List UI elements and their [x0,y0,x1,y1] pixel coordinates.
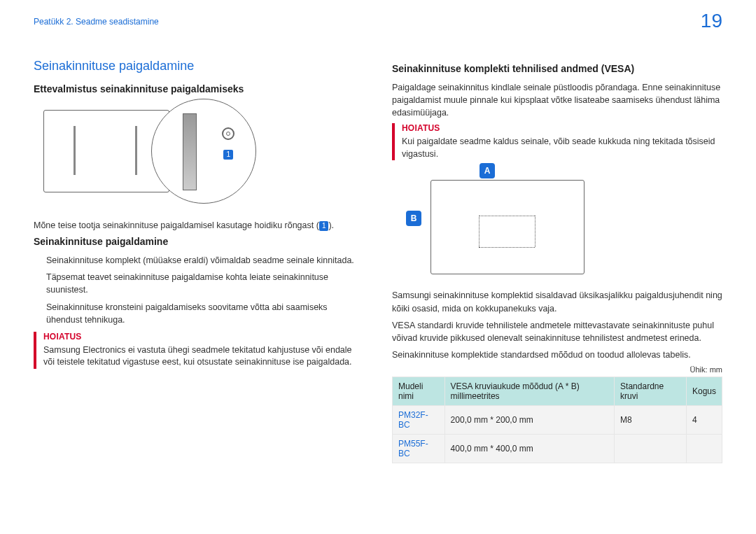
cell-model: PM32F-BC [393,406,445,435]
dimension-a-badge: A [479,163,495,178]
mount-p2: Täpsemat teavet seinakinnituse paigaldam… [34,271,364,296]
cell-model: PM55F-BC [393,435,445,463]
page-number: 19 [701,10,722,32]
section-title: Seinakinnituse paigaldamine [34,59,364,73]
right-column: Seinakinnituse komplekti tehnilised andm… [392,59,722,463]
cell-qty: 4 [686,406,722,435]
holder-ring-badge: 1 [223,150,233,160]
kit-p3: Seinakinnituse komplektide standardsed m… [392,349,722,361]
mount-subtitle: Seinakinnituse paigaldamine [34,236,364,247]
cell-screw [615,435,687,463]
holder-ring-icon [222,127,234,140]
cell-qty [686,435,722,463]
cell-vesa: 400,0 mm * 400,0 mm [444,435,615,463]
preparation-illustration: 1 [34,101,364,206]
mount-p3: Seinakinnituse kronsteini paigaldamiseks… [34,301,364,326]
tv-frame-icon [43,110,169,192]
warning-label: HOIATUS [402,123,722,133]
left-column: Seinakinnituse paigaldamine Ettevalmistu… [34,59,364,463]
zoom-detail-icon: 1 [151,99,256,204]
warning-block-left: HOIATUS Samsung Electronics ei vastuta ü… [34,332,364,369]
page-header: Peatükk 2. Seadme seadistamine 19 [34,17,722,27]
th-model: Mudeli nimi [393,377,445,406]
holder-ring-badge-inline: 1 [319,221,329,231]
tv-rear-icon [430,180,584,274]
table-header-row: Mudeli nimi VESA kruviaukude mõõdud (A *… [393,377,722,406]
table-row: PM32F-BC 200,0 mm * 200,0 mm M8 4 [393,406,722,435]
vesa-illustration: A B [392,167,722,286]
chapter-title: Peatükk 2. Seadme seadistamine [34,17,159,27]
ring-note-a: Mõne teise tootja seinakinnituse paigald… [34,220,319,230]
spec-table: Mudeli nimi VESA kruviaukude mõõdud (A *… [392,377,722,463]
warning-block-right: HOIATUS Kui paigaldate seadme kaldus sei… [392,123,722,160]
ring-note-b: ). [328,220,334,230]
cell-vesa: 200,0 mm * 200,0 mm [444,406,615,435]
warning-label: HOIATUS [43,332,364,342]
warning-text: Kui paigaldate seadme kaldus seinale, võ… [402,136,722,160]
vesa-subtitle: Seinakinnituse komplekti tehnilised andm… [392,63,722,74]
table-row: PM55F-BC 400,0 mm * 400,0 mm [393,435,722,463]
warning-text: Samsung Electronics ei vastuta ühegi sea… [43,344,364,369]
vesa-p1: Paigaldage seinakinnitus kindlale seinal… [392,81,722,119]
ring-note: Mõne teise tootja seinakinnituse paigald… [34,219,364,232]
kit-p2: VESA standardi kruvide tehnilistele andm… [392,319,722,344]
mount-p1: Seinakinnituse komplekt (müüakse eraldi)… [34,254,364,267]
dimension-b-badge: B [406,211,421,226]
th-vesa: VESA kruviaukude mõõdud (A * B) millimee… [444,377,615,406]
bracket-icon [183,113,197,190]
cell-screw: M8 [615,406,687,435]
th-qty: Kogus [686,377,722,406]
kit-p1: Samsungi seinakinnituse komplektid sisal… [392,289,722,314]
prep-subtitle: Ettevalmistus seinakinnituse paigaldamis… [34,83,364,94]
th-screw: Standardne kruvi [615,377,687,406]
unit-note: Ühik: mm [392,365,722,374]
content-columns: Seinakinnituse paigaldamine Ettevalmistu… [34,59,722,463]
